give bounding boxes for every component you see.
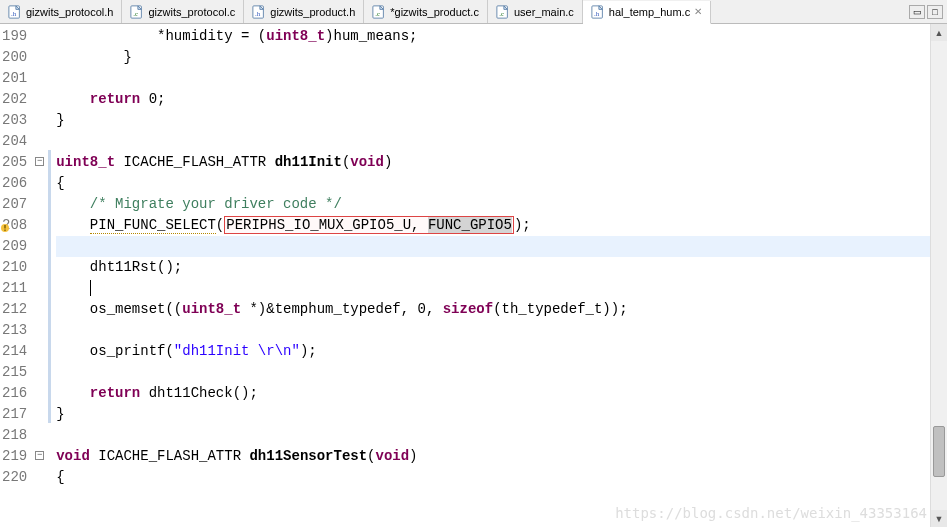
line-number: 215 <box>2 362 27 383</box>
tab-label: user_main.c <box>514 6 574 18</box>
change-marker <box>48 255 51 276</box>
text-cursor <box>90 280 91 296</box>
line-number: 219 <box>2 446 27 467</box>
change-marker <box>48 213 51 234</box>
tab-label: gizwits_product.h <box>270 6 355 18</box>
code-line[interactable]: dht11Rst(); <box>56 257 947 278</box>
tab-gizwits_protocol-h[interactable]: .hgizwits_protocol.h <box>0 0 122 23</box>
code-area[interactable]: *humidity = (uint8_t)hum_means; } return… <box>52 24 947 527</box>
tab-label: gizwits_protocol.h <box>26 6 113 18</box>
change-marker <box>48 360 51 381</box>
vertical-scrollbar[interactable]: ▲ ▼ <box>930 24 947 527</box>
warning-marker-icon[interactable] <box>0 219 10 229</box>
line-number: 208 <box>2 215 27 236</box>
code-line[interactable] <box>56 278 947 299</box>
svg-text:.h: .h <box>11 9 17 17</box>
tab-user_main-c[interactable]: .cuser_main.c <box>488 0 583 23</box>
code-line[interactable] <box>56 425 947 446</box>
tab-gizwits_product-h[interactable]: .hgizwits_product.h <box>244 0 364 23</box>
change-marker <box>48 192 51 213</box>
svg-rect-13 <box>4 225 5 229</box>
change-marker <box>48 171 51 192</box>
change-marker <box>48 381 51 402</box>
highlighted-region: PERIPHS_IO_MUX_GPIO5_U, FUNC_GPIO5 <box>224 216 514 234</box>
code-editor[interactable]: 1992002012022032042052062072082092102112… <box>0 24 947 527</box>
code-line[interactable]: } <box>56 47 947 68</box>
maximize-button[interactable]: □ <box>927 5 943 19</box>
code-line[interactable]: { <box>56 173 947 194</box>
line-number: 204 <box>2 131 27 152</box>
line-number-gutter: 1992002012022032042052062072082092102112… <box>0 24 34 527</box>
code-line[interactable] <box>56 362 947 383</box>
line-number: 212 <box>2 299 27 320</box>
line-number: 209 <box>2 236 27 257</box>
change-marker <box>48 297 51 318</box>
tab-label: hal_temp_hum.c <box>609 6 690 18</box>
change-marker <box>48 150 51 171</box>
code-line[interactable]: return 0; <box>56 89 947 110</box>
line-number: 205 <box>2 152 27 173</box>
code-line[interactable]: PIN_FUNC_SELECT(PERIPHS_IO_MUX_GPIO5_U, … <box>56 215 947 236</box>
scroll-down-button[interactable]: ▼ <box>931 510 947 527</box>
code-line[interactable]: os_memset((uint8_t *)&temphum_typedef, 0… <box>56 299 947 320</box>
line-number: 216 <box>2 383 27 404</box>
code-line[interactable] <box>56 131 947 152</box>
editor-tab-bar: .hgizwits_protocol.h.cgizwits_protocol.c… <box>0 0 947 24</box>
window-controls: ▭ □ <box>909 5 947 19</box>
line-number: 200 <box>2 47 27 68</box>
line-number: 218 <box>2 425 27 446</box>
change-marker <box>48 318 51 339</box>
line-number: 213 <box>2 320 27 341</box>
code-line[interactable] <box>56 320 947 341</box>
svg-rect-14 <box>4 230 5 231</box>
line-number: 203 <box>2 110 27 131</box>
scrollbar-track[interactable] <box>931 41 947 510</box>
line-number: 207 <box>2 194 27 215</box>
tab-hal_temp_hum-c[interactable]: .hhal_temp_hum.c✕ <box>583 1 711 24</box>
line-number: 211 <box>2 278 27 299</box>
code-line[interactable]: uint8_t ICACHE_FLASH_ATTR dh11Init(void) <box>56 152 947 173</box>
selected-text: FUNC_GPIO5 <box>428 217 512 233</box>
code-line[interactable]: } <box>56 404 947 425</box>
code-line[interactable]: void ICACHE_FLASH_ATTR dh11SensorTest(vo… <box>56 446 947 467</box>
line-number: 220 <box>2 467 27 488</box>
svg-text:.c: .c <box>499 9 504 17</box>
code-line[interactable]: return dht11Check(); <box>56 383 947 404</box>
svg-text:.h: .h <box>255 9 261 17</box>
scroll-up-button[interactable]: ▲ <box>931 24 947 41</box>
change-marker <box>48 276 51 297</box>
change-marker <box>48 339 51 360</box>
line-number: 199 <box>2 26 27 47</box>
svg-text:.h: .h <box>594 9 600 17</box>
tab-gizwits_protocol-c[interactable]: .cgizwits_protocol.c <box>122 0 244 23</box>
fold-column: −− <box>34 24 48 527</box>
code-line[interactable]: os_printf("dh11Init \r\n"); <box>56 341 947 362</box>
code-line[interactable] <box>56 68 947 89</box>
change-marker <box>48 402 51 423</box>
code-line[interactable]: /* Migrate your driver code */ <box>56 194 947 215</box>
line-number: 217 <box>2 404 27 425</box>
line-number: 214 <box>2 341 27 362</box>
minimize-button[interactable]: ▭ <box>909 5 925 19</box>
svg-text:.c: .c <box>376 9 381 17</box>
close-icon[interactable]: ✕ <box>694 6 702 17</box>
line-number: 210 <box>2 257 27 278</box>
line-number: 202 <box>2 89 27 110</box>
code-line[interactable]: } <box>56 110 947 131</box>
tab-label: gizwits_protocol.c <box>148 6 235 18</box>
watermark-text: https://blog.csdn.net/weixin_43353164 <box>615 505 927 521</box>
code-line[interactable] <box>56 236 947 257</box>
svg-text:.c: .c <box>134 9 139 17</box>
tab-label: *gizwits_product.c <box>390 6 479 18</box>
scrollbar-thumb[interactable] <box>933 426 945 478</box>
line-number: 206 <box>2 173 27 194</box>
line-number: 201 <box>2 68 27 89</box>
fold-toggle[interactable]: − <box>35 451 44 460</box>
fold-toggle[interactable]: − <box>35 157 44 166</box>
tab-gizwits_product-c[interactable]: .c*gizwits_product.c <box>364 0 488 23</box>
code-line[interactable]: *humidity = (uint8_t)hum_means; <box>56 26 947 47</box>
change-marker <box>48 234 51 255</box>
code-line[interactable]: { <box>56 467 947 488</box>
